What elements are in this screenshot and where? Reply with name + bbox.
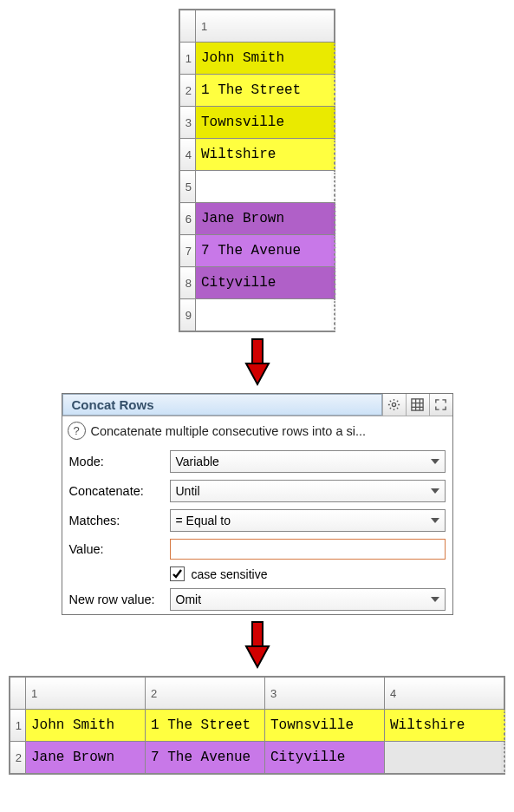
- cell[interactable]: John Smith: [26, 710, 146, 742]
- chevron-down-icon: [431, 488, 439, 494]
- cell[interactable]: 7 The Avenue: [196, 235, 335, 267]
- table-row[interactable]: 77 The Avenue: [180, 235, 335, 267]
- col-header[interactable]: 1: [26, 678, 146, 710]
- svg-rect-3: [412, 399, 423, 410]
- value-input[interactable]: [170, 539, 446, 560]
- row-header[interactable]: 1: [10, 710, 26, 742]
- row-header[interactable]: 7: [180, 235, 196, 267]
- expand-icon[interactable]: [429, 394, 452, 416]
- cell[interactable]: 7 The Avenue: [146, 742, 265, 774]
- help-icon[interactable]: ?: [68, 422, 86, 440]
- cell[interactable]: 1 The Street: [196, 75, 335, 107]
- row-header[interactable]: 2: [180, 75, 196, 107]
- table-row[interactable]: 9: [180, 299, 335, 331]
- concat-rows-panel: Concat Rows ? Concatenate multiple conse…: [62, 393, 453, 615]
- table-row[interactable]: 2Jane Brown7 The AvenueCityville: [10, 742, 504, 774]
- cell[interactable]: Townsville: [196, 107, 335, 139]
- cell[interactable]: [196, 299, 335, 331]
- cell[interactable]: John Smith: [196, 43, 335, 75]
- chevron-down-icon: [431, 459, 439, 464]
- row-header[interactable]: 8: [180, 267, 196, 299]
- table-row[interactable]: 21 The Street: [180, 75, 335, 107]
- table-row[interactable]: 4Wiltshire: [180, 139, 335, 171]
- cell[interactable]: [385, 742, 504, 774]
- cell[interactable]: Jane Brown: [196, 203, 335, 235]
- new-row-value-label: New row value:: [69, 593, 165, 606]
- table-row[interactable]: 1John Smith1 The StreetTownsvilleWiltshi…: [10, 710, 504, 742]
- col-header[interactable]: 4: [385, 678, 504, 710]
- chevron-down-icon: [431, 597, 439, 602]
- row-header[interactable]: 4: [180, 139, 196, 171]
- arrow-down-icon: [243, 620, 272, 671]
- matches-select[interactable]: = Equal to: [170, 509, 446, 532]
- case-sensitive-label: case sensitive: [192, 567, 268, 581]
- mode-select[interactable]: Variable: [170, 450, 446, 473]
- grid-icon[interactable]: [406, 394, 429, 416]
- cell[interactable]: 1 The Street: [146, 710, 265, 742]
- svg-rect-0: [252, 339, 263, 365]
- input-grid[interactable]: 1 1John Smith21 The Street3Townsville4Wi…: [179, 9, 335, 332]
- cell[interactable]: Cityville: [265, 742, 385, 774]
- svg-point-2: [392, 403, 395, 406]
- value-label: Value:: [69, 542, 165, 556]
- arrow-down-icon: [243, 337, 272, 388]
- cell[interactable]: Wiltshire: [385, 710, 504, 742]
- corner-cell: [180, 10, 196, 43]
- svg-marker-1: [246, 363, 269, 384]
- panel-description: Concatenate multiple consecutive rows in…: [91, 424, 367, 438]
- cell[interactable]: Wiltshire: [196, 139, 335, 171]
- table-row[interactable]: 8Cityville: [180, 267, 335, 299]
- cell[interactable]: [196, 171, 335, 203]
- row-header[interactable]: 1: [180, 43, 196, 75]
- svg-rect-8: [252, 622, 263, 648]
- row-header[interactable]: 9: [180, 299, 196, 331]
- row-header[interactable]: 6: [180, 203, 196, 235]
- new-row-value-select[interactable]: Omit: [170, 588, 446, 611]
- corner-cell: [10, 678, 26, 710]
- cell[interactable]: Cityville: [196, 267, 335, 299]
- mode-label: Mode:: [69, 455, 165, 468]
- table-row[interactable]: 6Jane Brown: [180, 203, 335, 235]
- concatenate-label: Concatenate:: [69, 484, 165, 498]
- table-row[interactable]: 5: [180, 171, 335, 203]
- output-grid[interactable]: 1 2 3 4 1John Smith1 The StreetTownsvill…: [9, 676, 505, 775]
- col-header[interactable]: 1: [196, 10, 335, 43]
- cell[interactable]: Jane Brown: [26, 742, 146, 774]
- row-header[interactable]: 2: [10, 742, 26, 774]
- col-header[interactable]: 2: [146, 678, 265, 710]
- cell[interactable]: Townsville: [265, 710, 385, 742]
- table-row[interactable]: 3Townsville: [180, 107, 335, 139]
- chevron-down-icon: [431, 518, 439, 523]
- row-header[interactable]: 3: [180, 107, 196, 139]
- row-header[interactable]: 5: [180, 171, 196, 203]
- concatenate-select[interactable]: Until: [170, 480, 446, 502]
- table-row[interactable]: 1John Smith: [180, 43, 335, 75]
- settings-icon[interactable]: [382, 394, 406, 416]
- matches-label: Matches:: [69, 514, 165, 527]
- case-sensitive-checkbox[interactable]: case sensitive: [170, 566, 268, 581]
- svg-marker-9: [246, 646, 269, 667]
- panel-title: Concat Rows: [62, 394, 382, 416]
- col-header[interactable]: 3: [265, 678, 385, 710]
